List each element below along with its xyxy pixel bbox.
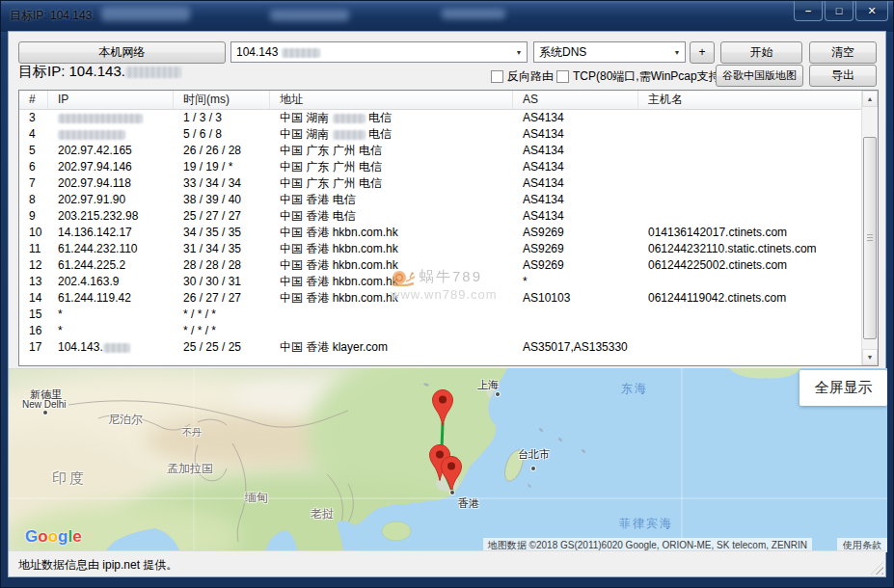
table-row[interactable]: 1014.136.142.1734 / 35 / 35中国 香港 hkbn.co… xyxy=(19,225,878,241)
close-button[interactable]: ✕ xyxy=(855,1,888,21)
map-island-hainan xyxy=(382,521,411,541)
table-row[interactable]: 45 / 6 / 8中国 湖南 电信AS4134 xyxy=(19,126,878,143)
window-controls: – □ ✕ xyxy=(792,1,888,21)
tcp-checkbox[interactable]: TCP(80端口,需WinPcap支持) xyxy=(556,68,724,85)
table-cell-asn: AS10103 xyxy=(513,290,638,307)
maximize-button[interactable]: □ xyxy=(825,1,853,21)
table-row[interactable]: 1161.244.232.11031 / 34 / 35中国 香港 hkbn.c… xyxy=(19,241,878,257)
table-cell-hop: 17 xyxy=(19,339,48,356)
scroll-up-button[interactable]: ▲ xyxy=(862,91,878,107)
table-cell-asn: AS9269 xyxy=(513,225,638,241)
export-button[interactable]: 导出 xyxy=(809,65,877,87)
add-button[interactable]: + xyxy=(690,41,715,64)
column-header[interactable]: IP xyxy=(48,91,174,109)
reverse-route-label: 反向路由 xyxy=(507,68,554,85)
redacted-blur xyxy=(58,130,125,140)
table-cell-addr: 中国 香港 klayer.com xyxy=(270,339,513,356)
titlebar[interactable]: 目标IP: 104.143. – □ ✕ xyxy=(1,1,893,32)
target-ip-combobox[interactable]: 104.143 ▼ xyxy=(230,41,528,63)
table-cell-ip: * xyxy=(48,307,174,323)
table-cell-asn: AS4134 xyxy=(513,192,638,208)
google-china-map-button[interactable]: 谷歌中国版地图 xyxy=(716,65,803,87)
minimize-button[interactable]: – xyxy=(794,1,823,21)
table-cell-ip xyxy=(48,110,174,126)
table-header[interactable]: #IP时间(ms)地址AS主机名 xyxy=(19,91,878,110)
map-canvas[interactable] xyxy=(9,368,887,552)
client-area: 本机网络 104.143 ▼ 系统DNS ▼ + 开始 清空 目标IP: 104… xyxy=(9,32,885,576)
table-row[interactable]: 1461.244.119.4226 / 27 / 27中国 香港 hkbn.co… xyxy=(19,290,878,307)
fullscreen-button[interactable]: 全屏显示 xyxy=(799,370,887,406)
map-panel[interactable]: 新德里New Delhi尼泊尔不丹孟加拉国印度缅甸老挝上海东海台北市香港菲律宾海… xyxy=(9,368,887,552)
table-cell-host xyxy=(638,274,879,290)
table-row[interactable]: 16** / * / * xyxy=(19,323,878,339)
redacted-blur xyxy=(103,343,130,353)
table-cell-time: 30 / 30 / 31 xyxy=(174,274,270,290)
table-cell-addr: 中国 香港 电信 xyxy=(270,208,513,225)
chevron-down-icon[interactable]: ▼ xyxy=(511,49,527,56)
table-cell-hop: 13 xyxy=(19,274,48,290)
scrollbar-thumb[interactable] xyxy=(863,137,877,339)
table-cell-hop: 7 xyxy=(19,175,48,192)
table-cell-host xyxy=(638,323,879,339)
table-row[interactable]: 17104.143.25 / 25 / 25中国 香港 klayer.comAS… xyxy=(19,339,878,356)
chevron-down-icon[interactable]: ▼ xyxy=(669,49,685,56)
table-cell-ip: 202.4.163.9 xyxy=(48,274,174,290)
hops-table: #IP时间(ms)地址AS主机名 31 / 3 / 3中国 湖南 电信AS413… xyxy=(18,90,879,366)
table-cell-time: 33 / 34 / 34 xyxy=(174,175,270,192)
redacted-blur xyxy=(270,10,349,21)
triangle-down-icon: ▼ xyxy=(867,354,874,361)
column-header[interactable]: AS xyxy=(513,91,638,109)
table-cell-time: * / * / * xyxy=(174,323,270,339)
reverse-route-checkbox[interactable]: 反向路由 xyxy=(491,68,554,85)
google-logo[interactable]: Google xyxy=(25,527,82,547)
table-cell-time: 5 / 6 / 8 xyxy=(174,126,270,143)
scroll-down-button[interactable]: ▼ xyxy=(862,349,878,365)
column-header[interactable]: 主机名 xyxy=(638,91,879,109)
table-cell-ip: 61.244.232.110 xyxy=(48,241,174,257)
table-cell-hop: 5 xyxy=(19,143,48,159)
table-cell-hop: 3 xyxy=(19,110,48,126)
table-cell-time: 26 / 26 / 28 xyxy=(174,143,270,159)
table-cell-host xyxy=(638,143,879,159)
table-row[interactable]: 31 / 3 / 3中国 湖南 电信AS4134 xyxy=(19,110,878,126)
checkbox-icon[interactable] xyxy=(491,70,503,83)
table-row[interactable]: 9203.215.232.9825 / 27 / 27中国 香港 电信AS413… xyxy=(19,208,878,225)
table-row[interactable]: 6202.97.94.14619 / 19 / *中国 广东 广州 电信AS41… xyxy=(19,159,878,175)
table-row[interactable]: 1261.244.225.228 / 28 / 28中国 香港 hkbn.com… xyxy=(19,257,878,274)
table-cell-host: 061244232110.static.ctinets.com xyxy=(638,241,879,257)
redacted-blur xyxy=(101,7,190,21)
start-button[interactable]: 开始 xyxy=(720,41,802,64)
table-cell-hop: 10 xyxy=(19,225,48,241)
column-header[interactable]: 地址 xyxy=(270,91,513,109)
table-row[interactable]: 7202.97.94.11833 / 34 / 34中国 广东 广州 电信AS4… xyxy=(19,175,878,192)
local-network-button[interactable]: 本机网络 xyxy=(18,41,226,64)
column-header[interactable]: # xyxy=(19,91,48,109)
table-cell-asn: AS9269 xyxy=(513,257,638,274)
table-cell-asn: AS4134 xyxy=(513,110,638,126)
dns-combobox[interactable]: 系统DNS ▼ xyxy=(533,41,686,63)
table-cell-host xyxy=(638,192,879,208)
google-logo-letter: g xyxy=(58,527,68,546)
table-cell-asn: AS4134 xyxy=(513,175,638,192)
column-header[interactable]: 时间(ms) xyxy=(174,91,270,109)
table-row[interactable]: 13202.4.163.930 / 30 / 31中国 香港 hkbn.com.… xyxy=(19,274,878,290)
table-cell-asn: AS4134 xyxy=(513,143,638,159)
table-cell-host xyxy=(638,159,879,175)
vertical-scrollbar[interactable]: ▲ ▼ xyxy=(861,91,878,365)
table-cell-time: 38 / 39 / 40 xyxy=(174,192,270,208)
table-row[interactable]: 15** / * / * xyxy=(19,307,878,323)
table-cell-asn: * xyxy=(513,274,638,290)
checkbox-icon[interactable] xyxy=(556,70,569,83)
table-cell-host xyxy=(638,126,879,143)
table-cell-addr xyxy=(270,307,513,323)
table-cell-hop: 16 xyxy=(19,323,48,339)
clear-button[interactable]: 清空 xyxy=(809,41,877,64)
table-cell-time: 25 / 27 / 27 xyxy=(174,208,270,225)
table-cell-ip: 104.143. xyxy=(48,339,174,356)
table-row[interactable]: 8202.97.91.9038 / 39 / 40中国 香港 电信AS4134 xyxy=(19,192,878,208)
table-cell-addr: 中国 广东 广州 电信 xyxy=(270,175,513,192)
table-body: 31 / 3 / 3中国 湖南 电信AS413445 / 6 / 8中国 湖南 … xyxy=(19,110,878,356)
google-logo-letter: o xyxy=(38,527,47,546)
table-row[interactable]: 5202.97.42.16526 / 26 / 28中国 广东 广州 电信AS4… xyxy=(19,143,878,159)
resize-grip[interactable] xyxy=(871,562,883,575)
